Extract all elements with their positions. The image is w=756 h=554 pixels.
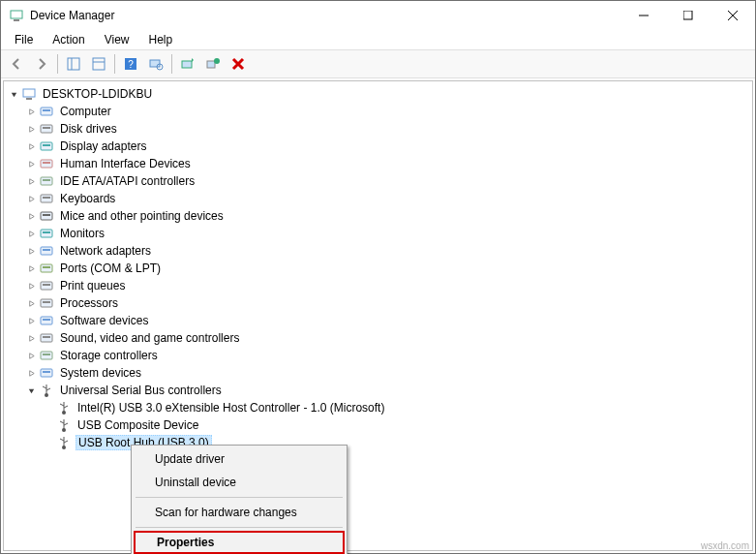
- svg-rect-14: [182, 61, 192, 68]
- device-manager-window: Device Manager File Action View Help ? D…: [0, 0, 756, 554]
- expand-icon[interactable]: [23, 369, 39, 378]
- svg-rect-0: [11, 11, 22, 18]
- category-label: IDE ATA/ATAPI controllers: [58, 174, 197, 188]
- svg-rect-42: [43, 301, 50, 303]
- expand-icon[interactable]: [23, 142, 39, 151]
- monitor-icon: [39, 226, 54, 241]
- svg-rect-3: [683, 11, 692, 19]
- expand-icon[interactable]: [23, 264, 39, 273]
- svg-rect-15: [207, 61, 215, 68]
- collapse-icon[interactable]: [23, 386, 39, 395]
- window-controls: [621, 1, 755, 30]
- usb-icon: [56, 400, 72, 416]
- help-button[interactable]: ?: [119, 52, 142, 76]
- svg-point-16: [214, 58, 220, 64]
- svg-rect-6: [68, 58, 79, 70]
- close-button[interactable]: [711, 1, 755, 30]
- expand-icon[interactable]: [23, 317, 39, 325]
- sound-icon: [39, 330, 54, 346]
- tree-category[interactable]: Print queues: [6, 277, 750, 294]
- cm-scan-hardware[interactable]: Scan for hardware changes: [134, 501, 345, 524]
- tree-device[interactable]: USB Composite Device: [6, 416, 750, 434]
- expand-icon[interactable]: [23, 299, 39, 308]
- tree-category[interactable]: Display adapters: [6, 138, 750, 155]
- expand-icon[interactable]: [23, 247, 39, 256]
- cm-uninstall-device[interactable]: Uninstall device: [134, 471, 345, 494]
- category-label: Computer: [58, 105, 113, 118]
- display-icon: [39, 138, 54, 154]
- svg-text:?: ?: [128, 59, 134, 70]
- printer-icon: [39, 278, 54, 293]
- category-label: Universal Serial Bus controllers: [58, 384, 224, 397]
- show-hide-tree-button[interactable]: [62, 52, 85, 76]
- expand-icon[interactable]: [23, 212, 39, 221]
- expand-icon[interactable]: [23, 108, 39, 116]
- category-label: Keyboards: [58, 192, 117, 205]
- update-driver-button[interactable]: [176, 52, 199, 76]
- svg-rect-1: [14, 19, 19, 21]
- menu-help[interactable]: Help: [141, 31, 181, 48]
- device-label: USB Composite Device: [76, 418, 200, 432]
- category-label: System devices: [58, 366, 143, 380]
- tree-category[interactable]: Disk drives: [6, 120, 750, 138]
- forward-button[interactable]: [30, 52, 53, 76]
- tree-category[interactable]: System devices: [6, 364, 750, 382]
- properties-button[interactable]: [87, 52, 110, 76]
- expand-icon[interactable]: [23, 177, 39, 186]
- expand-icon[interactable]: [23, 352, 39, 360]
- tree-category[interactable]: Human Interface Devices: [6, 155, 750, 172]
- svg-rect-40: [43, 284, 50, 286]
- device-tree[interactable]: DESKTOP-LDIDKBU ComputerDisk drivesDispl…: [3, 80, 753, 551]
- cpu-icon: [39, 295, 54, 311]
- menu-separator: [136, 527, 343, 528]
- expand-icon[interactable]: [23, 282, 39, 291]
- tree-device[interactable]: Intel(R) USB 3.0 eXtensible Host Control…: [6, 399, 750, 416]
- expand-icon[interactable]: [23, 125, 39, 134]
- tree-category[interactable]: Sound, video and game controllers: [6, 329, 750, 347]
- expand-icon[interactable]: [23, 160, 39, 169]
- expand-icon[interactable]: [23, 230, 39, 238]
- menu-view[interactable]: View: [97, 31, 137, 48]
- maximize-button[interactable]: [666, 1, 711, 30]
- device-label: Intel(R) USB 3.0 eXtensible Host Control…: [76, 401, 386, 415]
- toolbar: ?: [1, 49, 755, 78]
- tree-category[interactable]: Monitors: [6, 225, 750, 242]
- tree-category[interactable]: Storage controllers: [6, 347, 750, 364]
- collapse-icon[interactable]: [6, 90, 21, 99]
- tree-category-usb[interactable]: Universal Serial Bus controllers: [6, 382, 750, 399]
- system-icon: [39, 365, 54, 381]
- tree-category[interactable]: Network adapters: [6, 242, 750, 260]
- minimize-button[interactable]: [621, 1, 666, 30]
- tree-category[interactable]: Ports (COM & LPT): [6, 260, 750, 277]
- tree-category[interactable]: Mice and other pointing devices: [6, 207, 750, 225]
- tree-root[interactable]: DESKTOP-LDIDKBU: [6, 85, 750, 103]
- tree-device-selected[interactable]: USB Root Hub (USB 3.0): [6, 434, 750, 451]
- tree-category[interactable]: Software devices: [6, 312, 750, 329]
- tree-category[interactable]: IDE ATA/ATAPI controllers: [6, 172, 750, 190]
- delete-button[interactable]: [227, 52, 250, 76]
- scan-hardware-button[interactable]: [144, 52, 167, 76]
- category-label: Sound, video and game controllers: [58, 331, 241, 345]
- tree-category[interactable]: Keyboards: [6, 190, 750, 207]
- expand-icon[interactable]: [23, 195, 39, 203]
- menubar: File Action View Help: [1, 30, 755, 49]
- cm-properties[interactable]: Properties: [134, 531, 345, 554]
- uninstall-button[interactable]: [201, 52, 225, 76]
- back-button[interactable]: [5, 52, 28, 76]
- category-label: Print queues: [58, 279, 127, 292]
- cm-update-driver[interactable]: Update driver: [134, 447, 345, 471]
- mouse-icon: [39, 208, 54, 224]
- window-title: Device Manager: [30, 9, 621, 22]
- app-icon: [9, 8, 24, 23]
- watermark: wsxdn.com: [701, 540, 749, 551]
- svg-rect-34: [43, 231, 50, 233]
- tree-category[interactable]: Computer: [6, 103, 750, 120]
- tree-category[interactable]: Processors: [6, 294, 750, 312]
- menu-file[interactable]: File: [7, 31, 41, 48]
- usb-icon: [39, 383, 54, 398]
- category-label: Storage controllers: [58, 349, 160, 362]
- svg-rect-12: [150, 60, 160, 67]
- expand-icon[interactable]: [23, 334, 39, 343]
- menu-action[interactable]: Action: [45, 31, 92, 48]
- disk-icon: [39, 121, 54, 137]
